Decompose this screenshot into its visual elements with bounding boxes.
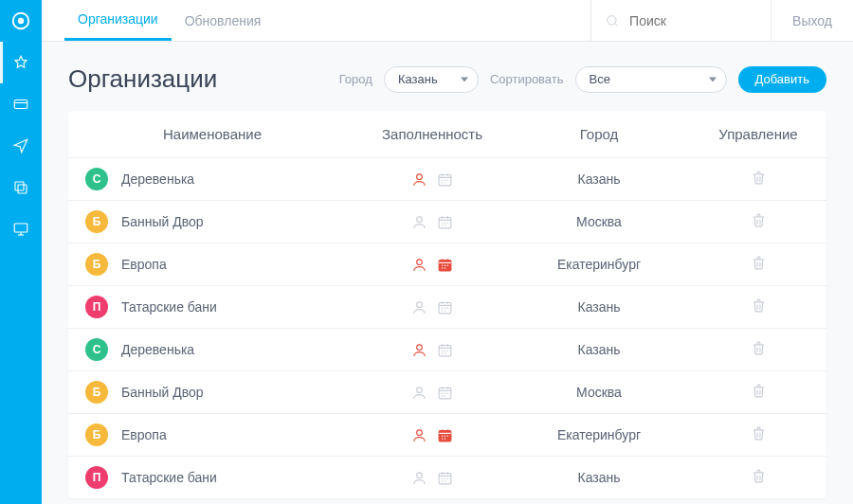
- fill-status: [366, 214, 499, 230]
- card-icon: [12, 96, 29, 113]
- org-city: Казань: [508, 329, 690, 371]
- person-icon: [411, 214, 427, 230]
- search-icon: [605, 13, 620, 28]
- org-city: Казань: [508, 158, 690, 201]
- table-row: С Деревенька Казань: [68, 158, 826, 201]
- trash-icon: [751, 297, 767, 314]
- svg-point-23: [417, 216, 423, 222]
- fill-status: [366, 299, 499, 315]
- sidebar-item-card[interactable]: [0, 83, 42, 125]
- logout-button[interactable]: Выход: [771, 0, 853, 41]
- calendar-icon: [437, 427, 453, 443]
- org-name[interactable]: Татарские бани: [121, 299, 217, 315]
- svg-rect-2: [14, 100, 27, 109]
- city-select[interactable]: Казань: [384, 66, 479, 93]
- copy-icon: [12, 179, 29, 196]
- tab-organizations[interactable]: Организации: [64, 0, 172, 41]
- sidebar-item-star[interactable]: [0, 42, 42, 83]
- trash-icon: [751, 340, 767, 356]
- delete-button[interactable]: [751, 344, 767, 359]
- svg-point-71: [417, 387, 423, 392]
- table-header-name: Наименование: [68, 111, 356, 158]
- calendar-icon: [437, 470, 453, 486]
- table-card: Наименование Заполненность Город Управле…: [68, 111, 826, 498]
- org-name[interactable]: Татарские бани: [121, 470, 217, 485]
- table-header-actions: Управление: [690, 111, 826, 158]
- calendar-icon: [437, 171, 453, 188]
- svg-rect-6: [14, 224, 27, 232]
- fill-status: [366, 470, 499, 486]
- person-icon: [411, 470, 427, 486]
- svg-point-83: [417, 429, 423, 435]
- org-name[interactable]: Банный Двор: [121, 214, 204, 229]
- org-city: Москва: [508, 201, 690, 243]
- app-logo: [0, 0, 42, 42]
- org-badge: Б: [85, 381, 108, 404]
- org-name[interactable]: Деревенька: [121, 342, 194, 357]
- table-row: П Татарские бани Казань: [68, 457, 826, 499]
- org-badge: П: [85, 466, 108, 489]
- org-name[interactable]: Европа: [121, 257, 167, 272]
- fill-status: [366, 427, 499, 443]
- org-badge: С: [85, 168, 108, 190]
- calendar-icon: [437, 342, 453, 358]
- org-badge: Б: [85, 210, 108, 233]
- person-icon: [411, 342, 427, 358]
- sort-filter-label: Сортировать: [490, 72, 564, 86]
- delete-button[interactable]: [751, 387, 767, 402]
- table-row: Б Европа Екатеринбург: [68, 243, 826, 286]
- trash-icon: [751, 468, 767, 484]
- table-row: Б Европа Екатеринбург: [68, 414, 826, 457]
- add-button[interactable]: Добавить: [738, 66, 826, 93]
- delete-button[interactable]: [751, 173, 767, 189]
- org-city: Екатеринбург: [508, 243, 690, 286]
- org-name[interactable]: Банный Двор: [121, 385, 204, 400]
- delete-button[interactable]: [751, 259, 767, 274]
- org-name[interactable]: Европа: [121, 427, 167, 442]
- table-header-city: Город: [508, 111, 690, 158]
- org-city: Казань: [508, 286, 690, 329]
- trash-icon: [751, 383, 767, 399]
- sidebar-item-monitor[interactable]: [0, 208, 42, 250]
- sidebar-item-send[interactable]: [0, 125, 42, 167]
- table-row: С Деревенька Казань: [68, 329, 826, 371]
- fill-status: [366, 342, 499, 358]
- city-filter-label: Город: [339, 72, 372, 86]
- svg-rect-4: [18, 185, 27, 193]
- calendar-icon: [437, 214, 453, 230]
- page-title: Организации: [68, 64, 217, 94]
- topbar: Организации Обновления Выход: [42, 0, 853, 42]
- delete-button[interactable]: [751, 216, 767, 231]
- org-badge: П: [85, 296, 108, 318]
- delete-button[interactable]: [751, 301, 767, 316]
- svg-rect-5: [15, 182, 24, 190]
- calendar-icon: [437, 257, 453, 273]
- fill-status: [366, 257, 499, 273]
- svg-point-95: [417, 472, 423, 477]
- org-badge: С: [85, 338, 108, 361]
- trash-icon: [751, 425, 767, 441]
- sidebar-item-copy[interactable]: [0, 167, 42, 208]
- org-badge: Б: [85, 423, 108, 446]
- table-row: Б Банный Двор Москва: [68, 371, 826, 414]
- search-container: [590, 0, 771, 41]
- search-input[interactable]: [629, 13, 743, 28]
- sidebar: [0, 0, 42, 504]
- table-row: П Татарские бани Казань: [68, 286, 826, 329]
- trash-icon: [751, 170, 767, 186]
- delete-button[interactable]: [751, 429, 767, 444]
- tabs: Организации Обновления: [42, 0, 274, 41]
- svg-line-10: [615, 23, 618, 26]
- table-row: Б Банный Двор Москва: [68, 201, 826, 243]
- delete-button[interactable]: [751, 472, 767, 487]
- org-name[interactable]: Деревенька: [121, 171, 194, 187]
- sort-select[interactable]: Все: [575, 66, 727, 93]
- org-badge: Б: [85, 253, 108, 276]
- svg-point-59: [417, 344, 423, 350]
- fill-status: [366, 385, 499, 401]
- fill-status: [366, 171, 499, 188]
- tab-updates[interactable]: Обновления: [172, 0, 275, 41]
- trash-icon: [751, 212, 767, 228]
- svg-point-11: [417, 173, 423, 179]
- person-icon: [411, 385, 427, 401]
